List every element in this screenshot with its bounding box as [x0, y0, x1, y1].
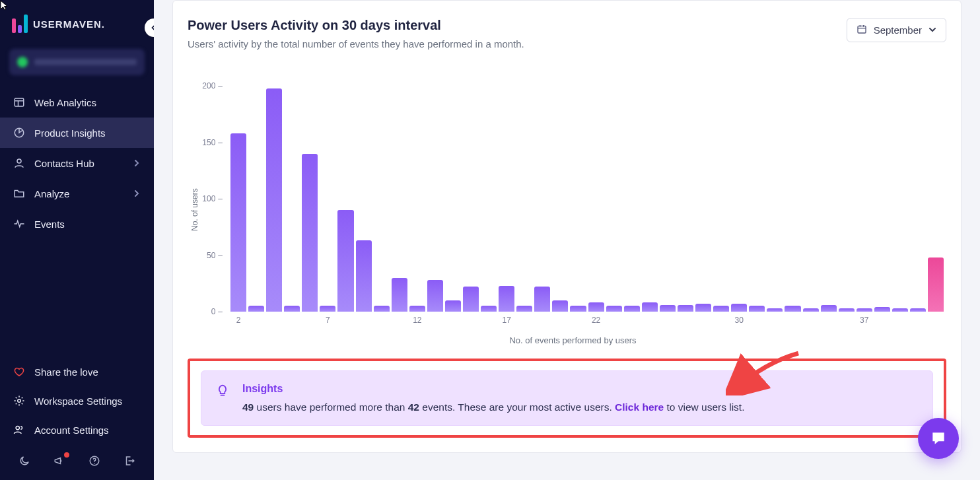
chart-bar[interactable] — [248, 306, 264, 312]
lightbulb-icon — [216, 384, 229, 400]
chart-bar[interactable] — [624, 306, 640, 312]
insight-link[interactable]: Click here — [615, 401, 664, 413]
x-tick — [821, 316, 837, 327]
chart-bar[interactable] — [642, 302, 658, 312]
chart-bar[interactable] — [892, 308, 908, 312]
logout-button[interactable] — [122, 455, 137, 469]
moon-icon — [18, 455, 30, 469]
chart-bar[interactable] — [570, 306, 586, 312]
chart-bar[interactable] — [588, 302, 604, 312]
chart-bar[interactable] — [606, 306, 622, 312]
x-tick — [552, 316, 568, 327]
workspace-selector[interactable] — [9, 49, 145, 75]
chart-bar[interactable] — [660, 305, 676, 312]
chart-bar[interactable] — [409, 306, 425, 312]
sidebar-item-label: Analyze — [34, 188, 69, 199]
chart-bar[interactable] — [392, 278, 407, 312]
user-icon — [13, 157, 25, 169]
svg-rect-0 — [15, 98, 24, 106]
chart-bar[interactable] — [910, 308, 926, 312]
chevron-right-icon — [133, 188, 141, 199]
help-button[interactable] — [87, 455, 102, 469]
chart-bar[interactable] — [695, 304, 711, 312]
x-tick — [892, 316, 908, 327]
x-tick — [767, 316, 783, 327]
gear-icon — [13, 395, 25, 407]
notification-dot-icon — [63, 451, 71, 459]
x-tick — [516, 316, 532, 327]
x-tick — [284, 316, 300, 327]
chart-bar[interactable] — [230, 133, 246, 312]
megaphone-button[interactable] — [52, 455, 67, 469]
chart-bar[interactable] — [749, 306, 765, 312]
month-label: September — [874, 24, 922, 36]
moon-button[interactable] — [17, 455, 32, 469]
main: Power Users Activity on 30 days interval… — [154, 0, 980, 480]
month-selector[interactable]: September — [847, 18, 946, 42]
nav: Web AnalyticsProduct InsightsContacts Hu… — [0, 87, 154, 239]
x-tick — [481, 316, 497, 327]
x-tick — [356, 316, 372, 327]
chart-bar[interactable] — [445, 300, 461, 312]
chart-bar[interactable] — [356, 240, 372, 312]
chart-bar[interactable] — [821, 305, 837, 312]
chat-fab[interactable] — [918, 418, 959, 459]
chart-bar[interactable] — [803, 308, 819, 312]
layout-icon — [13, 96, 25, 108]
chart-bar[interactable] — [928, 257, 944, 312]
y-tick: 0 — [200, 307, 223, 316]
chart-bar[interactable] — [302, 154, 318, 312]
y-axis-label: No. of users — [188, 75, 199, 345]
sidebar-bottom-share-the-love[interactable]: Share the love — [0, 357, 154, 386]
card-title: Power Users Activity on 30 days interval — [188, 18, 524, 33]
insight-heading: Insights — [242, 383, 744, 395]
chart-bar[interactable] — [499, 286, 514, 312]
svg-point-3 — [18, 399, 21, 403]
svg-point-2 — [17, 159, 21, 163]
y-tick: 100 — [200, 194, 223, 203]
x-tick: 22 — [588, 316, 604, 327]
chart-bar[interactable] — [284, 306, 300, 312]
sidebar-item-label: Share the love — [34, 366, 98, 378]
x-tick: 17 — [499, 316, 514, 327]
insight-highlight: Insights 49 users have performed more th… — [188, 359, 946, 438]
pulse-icon — [13, 218, 25, 230]
x-axis-label: No. of events performed by users — [199, 335, 946, 345]
sidebar-item-analyze[interactable]: Analyze — [0, 178, 154, 209]
x-tick — [749, 316, 765, 327]
brand: USERMAVEN. — [0, 0, 154, 40]
x-tick — [427, 316, 443, 327]
chart-bar[interactable] — [767, 308, 783, 312]
sidebar-item-events[interactable]: Events — [0, 209, 154, 239]
chart-bar[interactable] — [463, 287, 479, 312]
chart-bar[interactable] — [785, 306, 800, 312]
sidebar-bottom-workspace-settings[interactable]: Workspace Settings — [0, 386, 154, 415]
sidebar-item-web-analytics[interactable]: Web Analytics — [0, 87, 154, 118]
chart-bar[interactable] — [481, 306, 497, 312]
chart-bar[interactable] — [374, 306, 390, 312]
sidebar-bottom: Share the loveWorkspace SettingsAccount … — [0, 357, 154, 444]
chart-bar[interactable] — [534, 287, 550, 312]
chart-bar[interactable] — [516, 306, 532, 312]
sidebar-item-contacts-hub[interactable]: Contacts Hub — [0, 148, 154, 178]
x-tick: 12 — [409, 316, 425, 327]
chart-bar[interactable] — [857, 308, 872, 312]
x-tick — [928, 316, 944, 327]
card-subtitle: Users' activity by the total number of e… — [188, 38, 524, 50]
chart-bar[interactable] — [874, 307, 890, 312]
sidebar-item-label: Web Analytics — [34, 97, 96, 108]
chart-bar[interactable] — [713, 306, 729, 312]
chevron-right-icon — [133, 158, 141, 169]
chart-bar[interactable] — [731, 304, 747, 312]
chart-bar[interactable] — [320, 306, 335, 312]
chart-bar[interactable] — [678, 305, 693, 312]
chart-bar[interactable] — [337, 210, 353, 312]
chart-bar[interactable] — [427, 280, 443, 312]
chart-bar[interactable] — [266, 88, 282, 312]
chart-bar[interactable] — [552, 300, 568, 312]
sidebar-item-product-insights[interactable]: Product Insights — [0, 118, 154, 148]
svg-point-6 — [94, 463, 95, 464]
chart-bar[interactable] — [839, 308, 855, 312]
sidebar-bottom-account-settings[interactable]: Account Settings — [0, 415, 154, 444]
x-tick — [713, 316, 729, 327]
